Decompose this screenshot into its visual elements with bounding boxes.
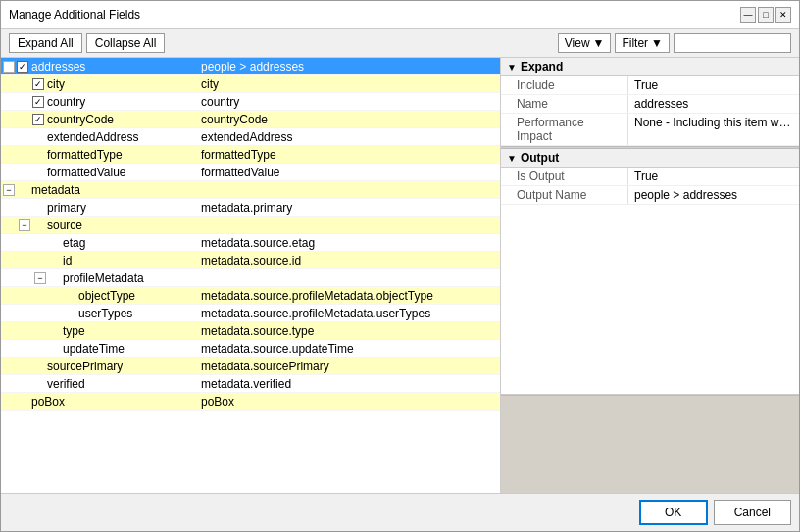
- row-label: updateTime: [63, 342, 125, 356]
- tree-row-path-cell: metadata.source.etag: [197, 235, 500, 251]
- tree-row[interactable]: updateTimemetadata.source.updateTime: [1, 340, 500, 358]
- cancel-button[interactable]: Cancel: [714, 500, 791, 525]
- tree-row-path-cell: metadata.source.id: [197, 253, 500, 268]
- row-label: formattedType: [47, 148, 123, 162]
- row-label: formattedValue: [47, 166, 126, 179]
- tree-row-name-cell: formattedValue: [1, 165, 197, 180]
- tree-row[interactable]: formattedTypeformattedType: [1, 146, 500, 164]
- row-label: etag: [63, 236, 85, 250]
- tree-row[interactable]: etagmetadata.source.etag: [1, 234, 500, 252]
- property-value: addresses: [628, 95, 799, 113]
- row-label: primary: [47, 201, 86, 215]
- view-dropdown[interactable]: View ▼: [558, 33, 612, 53]
- row-checkbox[interactable]: [32, 78, 44, 90]
- tree-row[interactable]: −addressespeople > addresses: [1, 58, 500, 75]
- property-value: people > addresses: [628, 186, 799, 204]
- minimize-button[interactable]: —: [740, 7, 756, 23]
- ok-button[interactable]: OK: [639, 500, 708, 525]
- tree-row[interactable]: citycity: [1, 75, 500, 93]
- row-label: countryCode: [47, 113, 114, 126]
- tree-body[interactable]: −addressespeople > addressescitycitycoun…: [1, 58, 500, 493]
- tree-row-name-cell: id: [1, 253, 197, 268]
- tree-row-name-cell: objectType: [1, 288, 197, 304]
- tree-row-name-cell: updateTime: [1, 341, 197, 357]
- tree-row[interactable]: extendedAddressextendedAddress: [1, 128, 500, 146]
- property-key: Include: [501, 76, 628, 94]
- tree-row[interactable]: −profileMetadata: [1, 269, 500, 287]
- tree-row-name-cell: sourcePrimary: [1, 359, 197, 374]
- tree-row[interactable]: formattedValueformattedValue: [1, 164, 500, 181]
- tree-row-name-cell: type: [1, 323, 197, 339]
- expand-button[interactable]: −: [3, 61, 15, 73]
- manage-additional-fields-window: Manage Additional Fields — □ ✕ Expand Al…: [0, 0, 800, 532]
- close-button[interactable]: ✕: [775, 7, 791, 23]
- row-label: extendedAddress: [47, 130, 138, 144]
- tree-row-path-cell: city: [197, 76, 500, 92]
- row-checkbox[interactable]: [32, 96, 44, 108]
- tree-row-path-cell: metadata.sourcePrimary: [197, 359, 500, 374]
- expand-section-toggle[interactable]: ▼: [507, 62, 517, 73]
- tree-row[interactable]: countryCodecountryCode: [1, 111, 500, 128]
- title-bar-controls: — □ ✕: [740, 7, 791, 23]
- left-panel: −addressespeople > addressescitycitycoun…: [1, 58, 501, 493]
- expand-button[interactable]: −: [3, 184, 15, 196]
- tree-row[interactable]: sourcePrimarymetadata.sourcePrimary: [1, 358, 500, 375]
- row-label: type: [63, 324, 85, 338]
- tree-row[interactable]: verifiedmetadata.verified: [1, 375, 500, 393]
- output-section-title: Output: [521, 151, 559, 165]
- tree-row-name-cell: userTypes: [1, 306, 197, 321]
- row-label: addresses: [31, 60, 85, 73]
- tree-row-path-cell: people > addresses: [197, 59, 500, 74]
- tree-row-path-cell: formattedValue: [197, 165, 500, 180]
- row-label: city: [47, 77, 65, 91]
- expand-all-button[interactable]: Expand All: [9, 33, 82, 53]
- expand-rows: IncludeTrueNameaddressesPerformance Impa…: [501, 76, 799, 146]
- tree-row[interactable]: −metadata: [1, 181, 500, 199]
- right-lower-panel: [501, 395, 799, 493]
- tree-row[interactable]: countrycountry: [1, 93, 500, 111]
- tree-row-name-cell: primary: [1, 200, 197, 216]
- property-value: True: [628, 168, 799, 185]
- tree-row-path-cell: [197, 224, 500, 226]
- row-label: userTypes: [78, 307, 132, 320]
- filter-dropdown[interactable]: Filter ▼: [615, 33, 670, 53]
- tree-row[interactable]: −source: [1, 217, 500, 234]
- tree-row[interactable]: objectTypemetadata.source.profileMetadat…: [1, 287, 500, 305]
- property-key: Performance Impact: [501, 114, 628, 145]
- tree-row[interactable]: primarymetadata.primary: [1, 199, 500, 217]
- expand-section-header: ▼ Expand: [501, 58, 799, 76]
- tree-row-name-cell: city: [1, 76, 197, 92]
- bottom-bar: OK Cancel: [1, 493, 799, 531]
- row-label: id: [63, 254, 72, 267]
- property-key: Name: [501, 95, 628, 113]
- row-checkbox[interactable]: [17, 61, 28, 73]
- expand-button[interactable]: −: [19, 219, 30, 231]
- property-key: Output Name: [501, 186, 628, 204]
- property-row: Nameaddresses: [501, 95, 799, 114]
- tree-row-path-cell: poBox: [197, 394, 500, 410]
- filter-input[interactable]: [674, 33, 791, 53]
- tree-row[interactable]: typemetadata.source.type: [1, 322, 500, 340]
- tree-row[interactable]: poBoxpoBox: [1, 393, 500, 411]
- output-section-toggle[interactable]: ▼: [507, 153, 517, 164]
- tree-row[interactable]: idmetadata.source.id: [1, 252, 500, 269]
- right-panel: ▼ Expand IncludeTrueNameaddressesPerform…: [501, 58, 799, 493]
- collapse-all-button[interactable]: Collapse All: [86, 33, 166, 53]
- tree-row-path-cell: countryCode: [197, 112, 500, 127]
- tree-row-name-cell: extendedAddress: [1, 129, 197, 145]
- tree-row[interactable]: userTypesmetadata.source.profileMetadata…: [1, 305, 500, 322]
- tree-row-path-cell: metadata.source.updateTime: [197, 341, 500, 357]
- row-label: verified: [47, 377, 85, 391]
- tree-row-path-cell: metadata.source.profileMetadata.objectTy…: [197, 288, 500, 304]
- expand-button[interactable]: −: [34, 272, 46, 284]
- row-checkbox[interactable]: [32, 114, 44, 125]
- tree-row-path-cell: metadata.source.type: [197, 323, 500, 339]
- tree-row-name-cell: −metadata: [1, 182, 197, 198]
- maximize-button[interactable]: □: [758, 7, 774, 23]
- row-label: sourcePrimary: [47, 360, 123, 373]
- tree-row-name-cell: −addresses: [1, 59, 197, 74]
- tree-row-path-cell: metadata.source.profileMetadata.userType…: [197, 306, 500, 321]
- row-label: poBox: [31, 395, 65, 409]
- tree-row-name-cell: countryCode: [1, 112, 197, 127]
- row-label: profileMetadata: [63, 271, 144, 285]
